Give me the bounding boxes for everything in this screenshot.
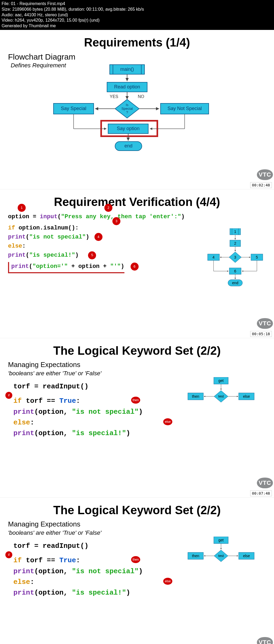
badge-else: else xyxy=(163,418,172,425)
slide4-title: The Logical Keyword Set (2/2) xyxy=(0,504,274,517)
slide-logical-keyword-2: The Logical Keyword Set (2/2) Managing E… xyxy=(0,498,274,644)
file-info-header: File: 01 - Requirements First.mp4 Size: … xyxy=(0,0,274,30)
node-main: main() xyxy=(120,67,134,72)
mini-flowchart-2: 1 2 3 4 5 6 end xyxy=(204,228,266,295)
badge-2: 2 xyxy=(104,204,112,212)
badge-if: if xyxy=(5,392,12,399)
badge-then: then xyxy=(131,397,140,404)
vtc-logo: VTC xyxy=(257,637,273,644)
svg-text:1: 1 xyxy=(234,229,236,234)
mini-flowchart-4: get test then else xyxy=(183,537,258,569)
vtc-logo: VTC xyxy=(257,318,273,329)
node-read: Read option xyxy=(114,84,140,89)
mini-flowchart-3: get test then else xyxy=(183,377,258,409)
svg-text:2: 2 xyxy=(234,241,236,245)
slide3-desc: 'booleans' are either 'True' or 'False' xyxy=(8,370,266,377)
node-sayspecial: Say Special xyxy=(61,106,86,111)
node-saynot: Say Not Special xyxy=(168,106,202,111)
info-line-gen: Generated by Thumbnail me xyxy=(2,23,272,29)
badge-1: 1 xyxy=(18,204,26,212)
badge-if: if xyxy=(5,551,12,558)
svg-text:then: then xyxy=(192,554,199,558)
svg-text:get: get xyxy=(218,538,224,542)
svg-text:end: end xyxy=(232,281,238,285)
slide4-subtitle: Managing Expectations xyxy=(8,520,266,528)
info-line-video: Video: h264, yuv420p, 1264x720, 15.00 fp… xyxy=(2,18,272,23)
flowchart-diagram: main() Read option YES NO Is Special ? S… xyxy=(51,62,238,169)
info-line-size: Size: 21896066 bytes (20.88 MiB), durati… xyxy=(2,7,272,12)
badge-3: 3 xyxy=(112,217,120,225)
svg-text:else: else xyxy=(243,554,250,558)
badge-6: 6 xyxy=(131,263,139,271)
timestamp-3: 00:07:48 xyxy=(250,490,272,496)
slide3-subtitle: Managing Expectations xyxy=(8,361,266,369)
svg-text:get: get xyxy=(218,378,224,383)
node-end: end xyxy=(124,143,132,149)
node-sayoption: Say option xyxy=(117,126,139,131)
label-yes: YES xyxy=(110,94,118,99)
svg-text:then: then xyxy=(192,394,199,399)
slide-requirements: Requirements (1/4) Flowchart Diagram Def… xyxy=(0,30,274,189)
svg-text:6: 6 xyxy=(234,269,236,273)
slide1-subtitle: Flowchart Diagram xyxy=(8,52,266,61)
svg-text:test: test xyxy=(218,554,224,558)
slide2-title: Requirement Verification (4/4) xyxy=(0,195,274,209)
vtc-logo: VTC xyxy=(257,169,273,180)
info-line-audio: Audio: aac, 44100 Hz, stereo (und) xyxy=(2,12,272,18)
vtc-logo: VTC xyxy=(257,478,273,488)
svg-text:else: else xyxy=(243,394,250,399)
label-no: NO xyxy=(138,94,144,99)
badge-else: else xyxy=(163,578,172,585)
svg-text:4: 4 xyxy=(212,255,215,259)
slide3-title: The Logical Keyword Set (2/2) xyxy=(0,344,274,357)
svg-text:?: ? xyxy=(126,110,128,114)
timestamp-2: 00:05:18 xyxy=(250,331,272,337)
badge-5: 5 xyxy=(88,251,96,259)
node-decision-l1: Is xyxy=(126,103,129,107)
svg-text:3: 3 xyxy=(234,255,236,259)
slide-logical-keyword: The Logical Keyword Set (2/2) Managing E… xyxy=(0,338,274,498)
svg-text:test: test xyxy=(218,394,224,398)
slide4-desc: 'booleans' are either 'True' or 'False' xyxy=(8,529,266,536)
timestamp-1: 00:02:48 xyxy=(250,182,272,188)
info-line-file: File: 01 - Requirements First.mp4 xyxy=(2,1,272,7)
slide1-title: Requirements (1/4) xyxy=(0,36,274,49)
svg-text:Special: Special xyxy=(121,107,133,111)
svg-text:5: 5 xyxy=(256,255,258,259)
badge-then: then xyxy=(131,556,140,563)
badge-4: 4 xyxy=(94,233,102,241)
slide-verification: Requirement Verification (4/4) 1 2 optio… xyxy=(0,189,274,338)
